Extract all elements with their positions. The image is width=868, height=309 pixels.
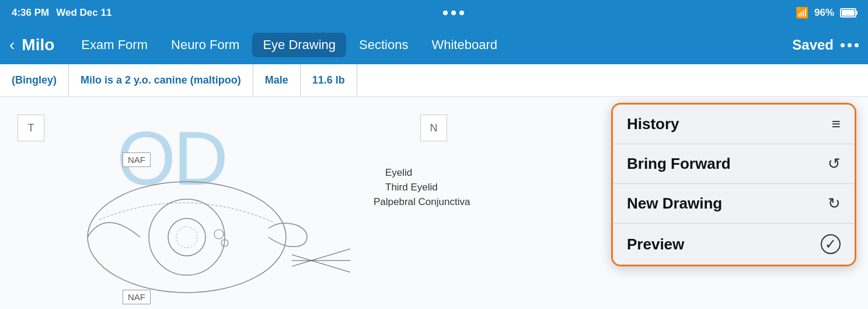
main-content: OD T N NAF NAF [0,97,868,309]
date-display: Wed Dec 11 [56,7,111,19]
eyelid-annotation: Eyelid [385,167,412,179]
context-menu: History ≡ Bring Forward ↺ New Drawing ↻ … [611,103,856,266]
app-title: Milo [22,36,54,54]
svg-point-3 [176,227,197,248]
drawing-area[interactable]: OD T N NAF NAF [0,97,868,309]
menu-item-preview[interactable]: Preview ✓ [613,224,855,265]
time-display: 4:36 PM [12,7,49,19]
sex-field[interactable]: Male [253,64,301,96]
saved-button[interactable]: Saved [792,37,834,53]
more-dot-1 [841,43,845,47]
nav-tabs: Exam Form Neuro Form Eye Drawing Section… [71,33,787,57]
tab-whiteboard[interactable]: Whiteboard [421,33,508,57]
status-right: 📶 96% [796,6,856,19]
more-button[interactable] [841,43,859,47]
preview-label: Preview [627,235,684,254]
naf-top-text: NAF [128,155,145,165]
history-label: History [627,115,679,133]
svg-point-2 [168,218,205,256]
nav-actions: Saved [792,37,859,53]
new-drawing-icon: ↻ [828,195,841,213]
battery-container [840,8,856,18]
tab-eye-drawing[interactable]: Eye Drawing [252,33,346,57]
menu-item-new-drawing[interactable]: New Drawing ↻ [613,184,855,224]
more-dot-2 [848,43,852,47]
svg-point-1 [149,199,225,275]
third-eyelid-annotation: Third Eyelid [385,182,438,193]
description-field[interactable]: Milo is a 2 y.o. canine (maltipoo) [69,64,253,96]
signal-dot-3 [459,11,464,15]
wifi-icon: 📶 [796,6,808,19]
eye-drawing-svg [70,173,350,301]
svg-point-0 [88,182,286,293]
weight-field[interactable]: 11.6 lb [301,64,357,96]
svg-point-4 [214,230,224,239]
naf-top-label: NAF [123,152,151,167]
new-drawing-label: New Drawing [627,195,722,213]
tab-sections[interactable]: Sections [348,33,419,57]
bring-forward-icon: ↺ [828,155,841,173]
tab-neuro-form[interactable]: Neuro Form [161,33,250,57]
t-label-text: T [28,122,34,134]
menu-item-history[interactable]: History ≡ [613,105,855,144]
battery-fill [842,10,855,16]
preview-check-icon: ✓ [821,234,841,254]
tab-exam-form[interactable]: Exam Form [71,33,158,57]
palpebral-annotation: Palpebral Conjunctiva [374,196,470,208]
status-bar: 4:36 PM Wed Dec 11 📶 96% [0,0,868,26]
list-icon: ≡ [832,115,841,133]
nav-bar: ‹ Milo Exam Form Neuro Form Eye Drawing … [0,26,868,64]
status-left: 4:36 PM Wed Dec 11 [12,7,111,19]
back-chevron-icon: ‹ [9,36,15,54]
battery-pct: 96% [814,7,834,19]
status-center [443,11,464,15]
n-label-box: N [420,114,447,141]
clinic-field[interactable]: (Bingley) [0,64,69,96]
n-label-text: N [430,122,438,134]
patient-bar: (Bingley) Milo is a 2 y.o. canine (malti… [0,64,868,97]
back-button[interactable]: ‹ [9,36,15,54]
signal-dot-1 [443,11,448,15]
t-label-box: T [18,114,44,141]
battery-icon [840,8,856,18]
signal-dot-2 [451,11,456,15]
more-dot-3 [855,43,859,47]
menu-item-bring-forward[interactable]: Bring Forward ↺ [613,144,855,184]
bring-forward-label: Bring Forward [627,155,731,173]
